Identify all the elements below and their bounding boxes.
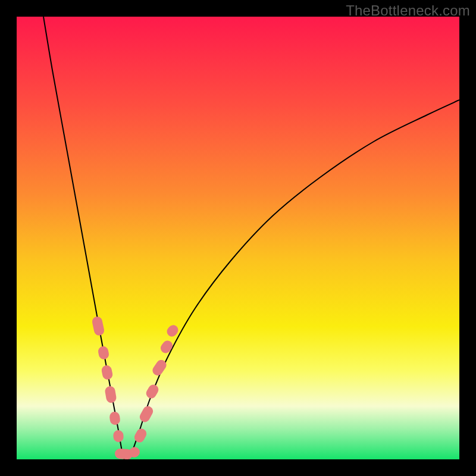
chart-svg — [17, 17, 459, 459]
plot-area — [17, 17, 459, 459]
outer-frame: TheBottleneck.com — [0, 0, 476, 476]
watermark-text: TheBottleneck.com — [346, 2, 470, 19]
